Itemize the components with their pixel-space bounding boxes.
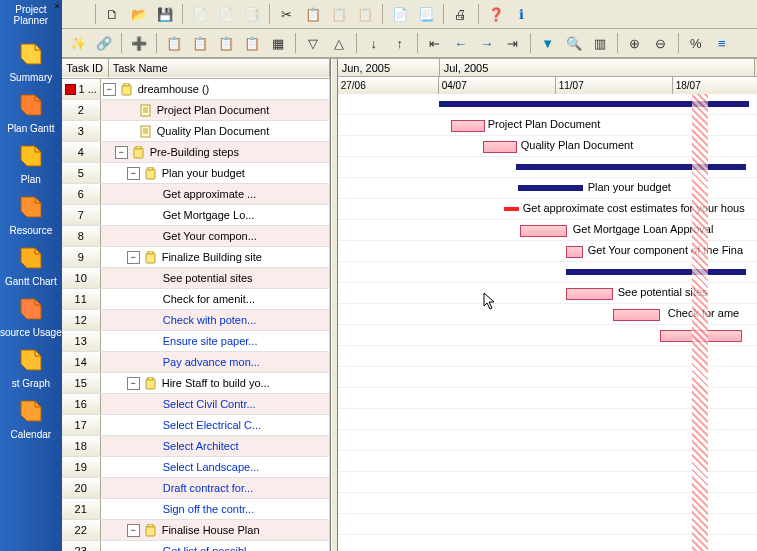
gantt-pane[interactable]: Jun, 2005Jul, 2005 27/0604/0711/0718/07 … bbox=[338, 59, 757, 551]
new-button[interactable]: 🗋 bbox=[101, 2, 125, 26]
gantt-row[interactable]: Check for ame bbox=[338, 304, 757, 325]
gantt-row[interactable]: Plan your budget bbox=[338, 178, 757, 199]
table-row[interactable]: 21Sign off the contr... bbox=[62, 499, 330, 520]
collapse-button[interactable]: ▽ bbox=[301, 31, 325, 55]
gantt-row[interactable] bbox=[338, 94, 757, 115]
col-header-id[interactable]: Task ID bbox=[62, 59, 109, 78]
cell-id[interactable]: 2 bbox=[62, 100, 101, 120]
table-row[interactable]: 8Get Your compon... bbox=[62, 226, 330, 247]
task3-button[interactable]: 📋 bbox=[214, 31, 238, 55]
cell-id[interactable]: 4 bbox=[62, 142, 101, 162]
cell-name[interactable]: Pay advance mon... bbox=[101, 352, 330, 372]
table-row[interactable]: 6Get approximate ... bbox=[62, 184, 330, 205]
cut-button[interactable]: ✂ bbox=[275, 2, 299, 26]
cell-name[interactable]: Sign off the contr... bbox=[101, 499, 330, 519]
gantt-row[interactable] bbox=[338, 451, 757, 472]
sidebar-item-ganttchart[interactable]: Gantt Chart bbox=[0, 242, 62, 287]
info-button[interactable]: ℹ bbox=[510, 2, 534, 26]
table-row[interactable]: 22−Finalise House Plan bbox=[62, 520, 330, 541]
gantt-row[interactable] bbox=[338, 535, 757, 551]
tree-expander[interactable]: − bbox=[127, 167, 140, 180]
zoomout-button[interactable]: ⊖ bbox=[649, 31, 673, 55]
gantt-bar[interactable] bbox=[566, 269, 746, 275]
tree-expander[interactable]: − bbox=[115, 146, 128, 159]
cell-name[interactable]: See potential sites bbox=[101, 268, 330, 288]
blank-button[interactable] bbox=[66, 2, 90, 26]
cell-id[interactable]: 14 bbox=[62, 352, 101, 372]
gantt-row[interactable] bbox=[338, 367, 757, 388]
table-row[interactable]: 1 ...−dreamhouse () bbox=[62, 79, 330, 100]
task1-button[interactable]: 📋 bbox=[162, 31, 186, 55]
prev-button[interactable]: ← bbox=[449, 31, 473, 55]
cell-id[interactable]: 23 bbox=[62, 541, 101, 551]
cell-id[interactable]: 19 bbox=[62, 457, 101, 477]
cell-name[interactable]: Quality Plan Document bbox=[101, 121, 330, 141]
save-button[interactable]: 💾 bbox=[153, 2, 177, 26]
cell-id[interactable]: 17 bbox=[62, 415, 101, 435]
table-row[interactable]: 7Get Mortgage Lo... bbox=[62, 205, 330, 226]
cell-name[interactable]: Get Your compon... bbox=[101, 226, 330, 246]
sidebar-item-calendar[interactable]: Calendar bbox=[0, 395, 62, 440]
table-row[interactable]: 5−Plan your budget bbox=[62, 163, 330, 184]
gantt-bar[interactable] bbox=[439, 101, 749, 107]
gantt-row[interactable] bbox=[338, 388, 757, 409]
cell-name[interactable]: −Hire Staff to build yo... bbox=[101, 373, 330, 393]
list-button[interactable]: ≡ bbox=[710, 31, 734, 55]
cell-id[interactable]: 12 bbox=[62, 310, 101, 330]
gantt-row[interactable] bbox=[338, 493, 757, 514]
cell-id[interactable]: 3 bbox=[62, 121, 101, 141]
cell-name[interactable]: Select Electrical C... bbox=[101, 415, 330, 435]
table-row[interactable]: 16Select Civil Contr... bbox=[62, 394, 330, 415]
cell-name[interactable]: Select Architect bbox=[101, 436, 330, 456]
tree-expander[interactable]: − bbox=[103, 83, 116, 96]
cell-id[interactable]: 16 bbox=[62, 394, 101, 414]
gantt-row[interactable]: Get Mortgage Loan Approval bbox=[338, 220, 757, 241]
insert-row-button[interactable]: ➕ bbox=[127, 31, 151, 55]
cell-id[interactable]: 20 bbox=[62, 478, 101, 498]
percent-button[interactable]: % bbox=[684, 31, 708, 55]
table-row[interactable]: 11Check for amenit... bbox=[62, 289, 330, 310]
cell-id[interactable]: 1 ... bbox=[62, 79, 101, 99]
preview-button[interactable]: 📃 bbox=[414, 2, 438, 26]
sidebar-item-resource[interactable]: Resource bbox=[0, 191, 62, 236]
sidebar-item-graph[interactable]: st Graph bbox=[0, 344, 62, 389]
cell-name[interactable]: Select Civil Contr... bbox=[101, 394, 330, 414]
cell-name[interactable]: Get approximate ... bbox=[101, 184, 330, 204]
last-button[interactable]: ⇥ bbox=[501, 31, 525, 55]
sidebar-item-gantt[interactable]: Plan Gantt bbox=[0, 89, 62, 134]
open-button[interactable]: 📂 bbox=[127, 2, 151, 26]
task4-button[interactable]: 📋 bbox=[240, 31, 264, 55]
table-row[interactable]: 17Select Electrical C... bbox=[62, 415, 330, 436]
filter-button[interactable]: ▼ bbox=[536, 31, 560, 55]
gantt-row[interactable] bbox=[338, 430, 757, 451]
cell-id[interactable]: 11 bbox=[62, 289, 101, 309]
cell-id[interactable]: 6 bbox=[62, 184, 101, 204]
cell-id[interactable]: 18 bbox=[62, 436, 101, 456]
zoomin-button[interactable]: ⊕ bbox=[623, 31, 647, 55]
splitter[interactable] bbox=[331, 59, 338, 551]
gantt-bar[interactable] bbox=[451, 120, 485, 132]
cell-name[interactable]: −Finalize Building site bbox=[101, 247, 330, 267]
expand-button[interactable]: △ bbox=[327, 31, 351, 55]
cell-id[interactable]: 13 bbox=[62, 331, 101, 351]
cell-name[interactable]: −dreamhouse () bbox=[101, 79, 330, 99]
table-row[interactable]: 19Select Landscape... bbox=[62, 457, 330, 478]
gantt-row[interactable]: Project Plan Document bbox=[338, 115, 757, 136]
tree-expander[interactable]: − bbox=[127, 377, 140, 390]
cell-name[interactable]: Get Mortgage Lo... bbox=[101, 205, 330, 225]
copy-button[interactable]: 📋 bbox=[301, 2, 325, 26]
sidebar-item-plan[interactable]: Plan bbox=[0, 140, 62, 185]
table-row[interactable]: 3Quality Plan Document bbox=[62, 121, 330, 142]
cell-name[interactable]: Draft contract for... bbox=[101, 478, 330, 498]
next-button[interactable]: → bbox=[475, 31, 499, 55]
cell-name[interactable]: −Plan your budget bbox=[101, 163, 330, 183]
table-row[interactable]: 23Get list of possibl... bbox=[62, 541, 330, 551]
gantt-row[interactable] bbox=[338, 325, 757, 346]
gantt-row[interactable]: Quality Plan Document bbox=[338, 136, 757, 157]
find-button[interactable]: 🔍 bbox=[562, 31, 586, 55]
gantt-row[interactable]: See potential sites bbox=[338, 283, 757, 304]
cell-name[interactable]: Check for amenit... bbox=[101, 289, 330, 309]
gantt-row[interactable] bbox=[338, 262, 757, 283]
table-row[interactable]: 9−Finalize Building site bbox=[62, 247, 330, 268]
up-button[interactable]: ↑ bbox=[388, 31, 412, 55]
